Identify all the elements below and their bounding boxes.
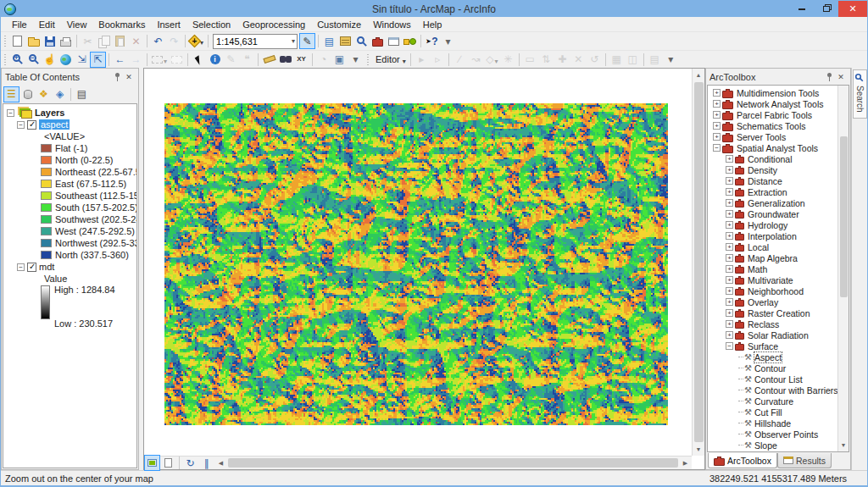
find-button[interactable]	[277, 52, 293, 68]
expand-icon[interactable]: +	[726, 221, 733, 229]
zoom-out-button[interactable]: −	[25, 52, 42, 68]
toolbar-options-button[interactable]: ▾	[440, 33, 456, 49]
dock-tab-results[interactable]: Results	[777, 453, 832, 468]
collapse-icon[interactable]: −	[726, 342, 733, 350]
zoom-in-button[interactable]: +	[9, 52, 25, 68]
refresh-view-button[interactable]: ↻	[182, 455, 198, 471]
edit-tool-button[interactable]: ▸	[414, 52, 430, 68]
clear-selected-features-button[interactable]	[169, 52, 185, 68]
arctoolbox-item-raster-creation[interactable]: +Raster Creation	[708, 307, 849, 318]
vertical-scroll-thumb[interactable]	[694, 82, 704, 442]
arctoolbox-scrollbar[interactable]: ▼	[837, 86, 849, 451]
legend-item-north-0-22-5[interactable]: North (0-22.5)	[3, 154, 136, 166]
measure-button[interactable]	[261, 52, 277, 68]
map-horizontal-scrollbar[interactable]: ◀ ▶	[214, 457, 692, 469]
pan-button[interactable]: ☝	[42, 52, 58, 68]
go-forward-extent-button[interactable]: →	[128, 52, 144, 68]
edit-annotation-tool-button[interactable]: ▹	[430, 52, 446, 68]
expand-icon[interactable]: +	[726, 331, 733, 339]
arctoolbox-item-hillshade[interactable]: ⚒Hillshade	[708, 418, 849, 429]
arctoolbox-item-parcel-fabric-tools[interactable]: +Parcel Fabric Tools	[708, 109, 849, 120]
arctoolbox-item-reclass[interactable]: +Reclass	[708, 318, 849, 329]
search-window-button[interactable]	[353, 33, 370, 49]
map-scale-input[interactable]	[214, 36, 283, 47]
menu-item-windows[interactable]: Windows	[367, 19, 417, 30]
arctoolbox-item-server-tools[interactable]: +Server Tools	[708, 131, 849, 142]
editor-menu-button[interactable]: Editor	[372, 52, 408, 68]
arctoolbox-item-network-analyst-tools[interactable]: +Network Analyst Tools	[708, 98, 849, 109]
menu-item-help[interactable]: Help	[417, 19, 448, 30]
search-tab[interactable]: Search	[853, 69, 867, 119]
expand-icon[interactable]: +	[713, 100, 721, 108]
scroll-left-icon[interactable]: ◀	[214, 457, 227, 469]
arctoolbox-scroll-thumb[interactable]	[840, 136, 848, 297]
arctoolbox-item-spatial-analyst-tools[interactable]: −Spatial Analyst Tools	[708, 142, 849, 153]
open-button[interactable]	[25, 33, 42, 49]
collapse-icon[interactable]: −	[7, 109, 14, 117]
delete-button[interactable]: ✕	[128, 33, 144, 49]
aspect-layer-label[interactable]: aspect	[39, 119, 70, 130]
arctoolbox-item-density[interactable]: +Density	[708, 164, 849, 175]
toc-options-button[interactable]: ▤	[74, 86, 90, 102]
toc-close-button[interactable]: ✕	[123, 71, 135, 83]
arctoolbox-item-cut-fill[interactable]: ⚒Cut Fill	[708, 407, 849, 418]
expand-icon[interactable]: +	[726, 188, 733, 196]
expand-icon[interactable]: +	[726, 232, 733, 240]
attributes-window-button[interactable]: ▦	[609, 52, 625, 68]
aspect-visibility-checkbox[interactable]	[27, 120, 36, 130]
toc-pin-button[interactable]	[111, 71, 123, 83]
expand-icon[interactable]: +	[713, 89, 721, 97]
legend-item-south-157-5-202-5[interactable]: South (157.5-202.5)	[3, 202, 136, 213]
html-popup-button[interactable]: ❝	[239, 52, 255, 68]
straight-segment-button[interactable]: ∕	[452, 52, 468, 68]
menu-item-geoprocessing[interactable]: Geoprocessing	[236, 19, 311, 30]
go-back-extent-button[interactable]: ←	[112, 52, 128, 68]
select-elements-button[interactable]	[191, 52, 207, 68]
mdt-layer-label[interactable]: mdt	[39, 262, 54, 272]
expand-icon[interactable]: +	[726, 199, 733, 207]
legend-item-flat-1[interactable]: Flat (-1)	[3, 142, 136, 154]
toc-item-layers[interactable]: − Layers	[3, 107, 136, 119]
minimize-button[interactable]	[789, 1, 814, 17]
dock-tab-arctoolbox[interactable]: ArcToolbox	[708, 453, 777, 468]
arctoolbox-item-contour[interactable]: ⚒Contour	[708, 362, 849, 374]
list-by-source-button[interactable]	[19, 86, 36, 102]
arctoolbox-item-solar-radiation[interactable]: +Solar Radiation	[708, 329, 849, 340]
legend-item-southeast-112-5-157-5[interactable]: Southeast (112.5-157.5)	[3, 190, 136, 202]
table-of-contents-window-button[interactable]: ▤	[321, 33, 337, 49]
toolbar-grip[interactable]	[3, 53, 8, 66]
toolbar-grip[interactable]	[3, 35, 8, 47]
python-window-button[interactable]	[386, 33, 402, 49]
editor-options-button[interactable]: ▾	[663, 52, 679, 68]
rotate-tool-button[interactable]: ↺	[587, 52, 603, 68]
toc-item-mdt[interactable]: − mdt	[3, 261, 136, 273]
expand-icon[interactable]: +	[726, 320, 733, 328]
model-builder-button[interactable]	[402, 33, 418, 49]
restore-button[interactable]	[814, 1, 838, 17]
scale-dropdown-arrow[interactable]: ▾	[292, 37, 297, 45]
map-vertical-scrollbar[interactable]: ▲ ▼	[692, 69, 704, 456]
save-button[interactable]	[42, 33, 58, 49]
menu-item-view[interactable]: View	[61, 19, 93, 30]
print-button[interactable]	[58, 33, 74, 49]
collapse-icon[interactable]: −	[17, 263, 25, 271]
expand-icon[interactable]: +	[726, 177, 733, 185]
split-tool-button[interactable]: ✕	[570, 52, 587, 68]
arctoolbox-item-neighborhood[interactable]: +Neighborhood	[708, 285, 849, 296]
point-tool-button[interactable]: ✳	[500, 52, 516, 68]
scroll-down-icon[interactable]: ▼	[693, 443, 705, 456]
arctoolbox-item-groundwater[interactable]: +Groundwater	[708, 208, 849, 219]
arctoolbox-item-interpolation[interactable]: +Interpolation	[708, 230, 849, 241]
menu-item-bookmarks[interactable]: Bookmarks	[92, 19, 151, 30]
construction-tools-button[interactable]: ◇	[484, 52, 500, 68]
arctoolbox-item-generalization[interactable]: +Generalization	[708, 197, 849, 208]
legend-item-southwest-202-5-247-5[interactable]: Southwest (202.5-247.5)	[3, 213, 136, 225]
arctoolbox-item-distance[interactable]: +Distance	[708, 175, 849, 186]
expand-icon[interactable]: +	[726, 254, 733, 262]
mdt-visibility-checkbox[interactable]	[27, 263, 36, 272]
expand-icon[interactable]: +	[726, 298, 733, 306]
expand-icon[interactable]: +	[726, 155, 733, 163]
sketch-properties-button[interactable]: ◫	[625, 52, 641, 68]
arctoolbox-pin-button[interactable]	[823, 71, 835, 83]
toolbar-grip[interactable]	[366, 53, 370, 66]
